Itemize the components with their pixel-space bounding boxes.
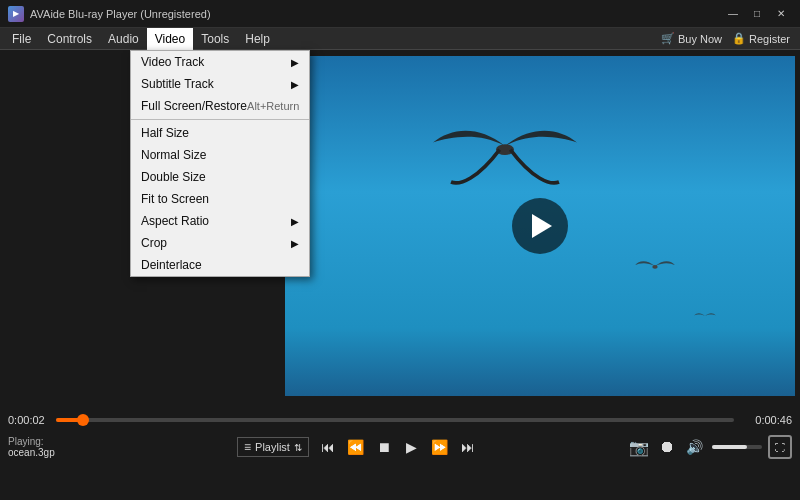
prev-button[interactable]: ⏮	[317, 436, 339, 458]
record-button[interactable]: ⏺	[656, 436, 678, 458]
playback-controls: ⏮ ⏪ ⏹ ▶ ⏩ ⏭	[317, 436, 479, 458]
menu-controls[interactable]: Controls	[39, 28, 100, 50]
cart-icon: 🛒	[661, 32, 675, 45]
next-button[interactable]: ⏭	[457, 436, 479, 458]
separator	[131, 119, 309, 120]
bottom-controls: 0:00:02 0:00:46 Playing: ocean.3gp ≡ Pla…	[0, 410, 800, 500]
close-button[interactable]: ✕	[770, 6, 792, 22]
play-button[interactable]: ▶	[401, 436, 423, 458]
right-controls: 📷 ⏺ 🔊 ⛶	[628, 435, 792, 459]
window-controls: — □ ✕	[722, 6, 792, 22]
menu-file[interactable]: File	[4, 28, 39, 50]
title-bar: ▶ AVAide Blu-ray Player (Unregistered) —…	[0, 0, 800, 28]
progress-handle[interactable]	[77, 414, 89, 426]
playing-label: Playing:	[8, 436, 88, 447]
play-button-overlay[interactable]	[512, 198, 568, 254]
menu-video[interactable]: Video	[147, 28, 193, 50]
controls-row: Playing: ocean.3gp ≡ Playlist ⇅ ⏮ ⏪ ⏹ ▶ …	[0, 430, 800, 464]
menu-right: 🛒 Buy Now 🔒 Register	[661, 32, 796, 45]
menu-audio[interactable]: Audio	[100, 28, 147, 50]
buy-now-button[interactable]: 🛒 Buy Now	[661, 32, 722, 45]
volume-fill	[712, 445, 747, 449]
menu-left: File Controls Audio Video Tools Help	[4, 28, 278, 50]
lock-icon: 🔒	[732, 32, 746, 45]
register-button[interactable]: 🔒 Register	[732, 32, 790, 45]
video-frame	[285, 56, 795, 396]
stop-button[interactable]: ⏹	[373, 436, 395, 458]
volume-icon: 🔊	[684, 436, 706, 458]
buy-now-label: Buy Now	[678, 33, 722, 45]
volume-bar[interactable]	[712, 445, 762, 449]
total-time: 0:00:46	[742, 414, 792, 426]
menu-normal-size[interactable]: Normal Size	[131, 144, 309, 166]
register-label: Register	[749, 33, 790, 45]
menu-aspect-ratio[interactable]: Aspect Ratio ▶	[131, 210, 309, 232]
app-icon: ▶	[8, 6, 24, 22]
arrow-icon: ▶	[291, 79, 299, 90]
minimize-button[interactable]: —	[722, 6, 744, 22]
menu-half-size[interactable]: Half Size	[131, 122, 309, 144]
menu-video-track[interactable]: Video Track ▶	[131, 51, 309, 73]
maximize-button[interactable]: □	[746, 6, 768, 22]
video-dropdown-menu: Video Track ▶ Subtitle Track ▶ Full Scre…	[130, 50, 310, 277]
menu-tools[interactable]: Tools	[193, 28, 237, 50]
menu-subtitle-track[interactable]: Subtitle Track ▶	[131, 73, 309, 95]
playing-info: Playing: ocean.3gp	[8, 436, 88, 458]
menu-double-size[interactable]: Double Size	[131, 166, 309, 188]
current-time: 0:00:02	[8, 414, 48, 426]
menu-fit-to-screen[interactable]: Fit to Screen	[131, 188, 309, 210]
arrow-icon: ▶	[291, 57, 299, 68]
svg-point-2	[652, 265, 657, 269]
arrow-icon: ▶	[291, 216, 299, 227]
playlist-sort-icon: ⇅	[294, 442, 302, 453]
forward-button[interactable]: ⏩	[429, 436, 451, 458]
menu-crop[interactable]: Crop ▶	[131, 232, 309, 254]
menu-help[interactable]: Help	[237, 28, 278, 50]
playlist-label: Playlist	[255, 441, 290, 453]
fullscreen-button[interactable]: ⛶	[768, 435, 792, 459]
title-left: ▶ AVAide Blu-ray Player (Unregistered)	[8, 6, 211, 22]
playing-file: ocean.3gp	[8, 447, 88, 458]
playlist-icon: ≡	[244, 440, 251, 454]
progress-area: 0:00:02 0:00:46	[0, 410, 800, 430]
menu-deinterlace[interactable]: Deinterlace	[131, 254, 309, 276]
menu-fullscreen[interactable]: Full Screen/Restore Alt+Return	[131, 95, 309, 117]
screenshot-button[interactable]: 📷	[628, 436, 650, 458]
playlist-button[interactable]: ≡ Playlist ⇅	[237, 437, 309, 457]
title-text: AVAide Blu-ray Player (Unregistered)	[30, 8, 211, 20]
arrow-icon: ▶	[291, 238, 299, 249]
video-area	[285, 56, 795, 396]
menu-bar: File Controls Audio Video Tools Help 🛒 B…	[0, 28, 800, 50]
rewind-button[interactable]: ⏪	[345, 436, 367, 458]
progress-bar[interactable]	[56, 418, 734, 422]
